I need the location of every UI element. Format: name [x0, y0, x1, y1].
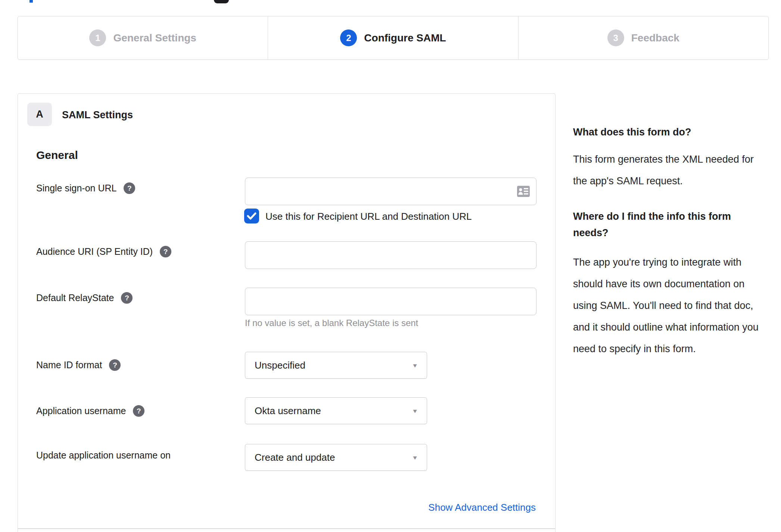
step-3-circle: 3 — [607, 29, 624, 46]
sso-url-label-row: Single sign-on URL ? — [36, 182, 135, 194]
relay-state-helper-text: If no value is set, a blank RelayState i… — [245, 318, 418, 328]
audience-uri-label-row: Audience URI (SP Entity ID) ? — [36, 246, 171, 257]
sso-url-input[interactable] — [245, 178, 536, 205]
help-icon[interactable]: ? — [109, 359, 121, 371]
help-icon[interactable]: ? — [133, 405, 144, 417]
contact-card-icon[interactable] — [517, 186, 530, 197]
help-icon[interactable]: ? — [121, 292, 133, 304]
show-advanced-settings-link[interactable]: Show Advanced Settings — [428, 502, 536, 513]
step-2-label: Configure SAML — [364, 32, 446, 44]
step-feedback[interactable]: 3 Feedback — [518, 16, 768, 59]
name-id-format-value: Unspecified — [255, 360, 305, 371]
section-divider — [18, 528, 555, 529]
recipient-destination-checkbox-label: Use this for Recipient URL and Destinati… — [265, 211, 472, 222]
caret-down-icon: ▼ — [412, 454, 418, 461]
sidebar-heading-what: What does this form do? — [573, 124, 767, 140]
sidebar-section-what: What does this form do? This form genera… — [573, 124, 767, 192]
app-username-select[interactable]: Okta username ▼ — [245, 397, 427, 424]
step-general-settings[interactable]: 1 General Settings — [18, 16, 268, 59]
sidebar-heading-where: Where do I find the info this form needs… — [573, 208, 767, 241]
step-configure-saml[interactable]: 2 Configure SAML — [268, 16, 518, 59]
update-username-select[interactable]: Create and update ▼ — [245, 444, 427, 471]
audience-uri-label: Audience URI (SP Entity ID) — [36, 246, 153, 257]
step-2-circle: 2 — [340, 29, 357, 46]
caret-down-icon: ▼ — [412, 408, 418, 414]
help-sidebar: What does this form do? This form genera… — [573, 124, 767, 360]
relay-state-input[interactable] — [245, 288, 536, 315]
caret-down-icon: ▼ — [412, 362, 418, 369]
section-a-badge: A — [27, 103, 52, 126]
app-username-value: Okta username — [255, 405, 321, 417]
step-1-circle: 1 — [89, 29, 106, 46]
app-username-label: Application username — [36, 406, 126, 416]
sidebar-section-where: Where do I find the info this form needs… — [573, 208, 767, 360]
sso-url-input-wrap — [245, 178, 536, 205]
clipped-header-artifact-blue — [29, 0, 33, 3]
relay-state-label-row: Default RelayState ? — [36, 292, 133, 304]
audience-uri-input[interactable] — [245, 241, 536, 269]
sidebar-body-what: This form generates the XML needed for t… — [573, 148, 767, 192]
sidebar-body-where: The app you're trying to integrate with … — [573, 251, 767, 360]
update-username-label-row: Update application username on — [36, 450, 171, 461]
help-icon[interactable]: ? — [124, 182, 135, 194]
help-icon[interactable]: ? — [160, 246, 171, 257]
update-username-label: Update application username on — [36, 450, 171, 461]
app-username-label-row: Application username ? — [36, 405, 144, 417]
step-1-label: General Settings — [113, 32, 196, 44]
relay-state-label: Default RelayState — [36, 292, 114, 303]
saml-settings-panel: A SAML Settings General Single sign-on U… — [18, 93, 556, 532]
checkmark-icon — [247, 212, 256, 220]
wizard-stepper: 1 General Settings 2 Configure SAML 3 Fe… — [18, 16, 769, 60]
update-username-value: Create and update — [255, 452, 335, 463]
name-id-format-select[interactable]: Unspecified ▼ — [245, 352, 427, 379]
name-id-format-label: Name ID format — [36, 360, 102, 370]
step-3-label: Feedback — [631, 32, 679, 44]
general-section-heading: General — [36, 149, 78, 162]
recipient-destination-checkbox[interactable] — [244, 209, 259, 223]
name-id-format-label-row: Name ID format ? — [36, 359, 121, 371]
panel-title: SAML Settings — [62, 109, 133, 121]
sso-url-label: Single sign-on URL — [36, 183, 116, 194]
clipped-header-artifact-logo — [214, 0, 229, 3]
